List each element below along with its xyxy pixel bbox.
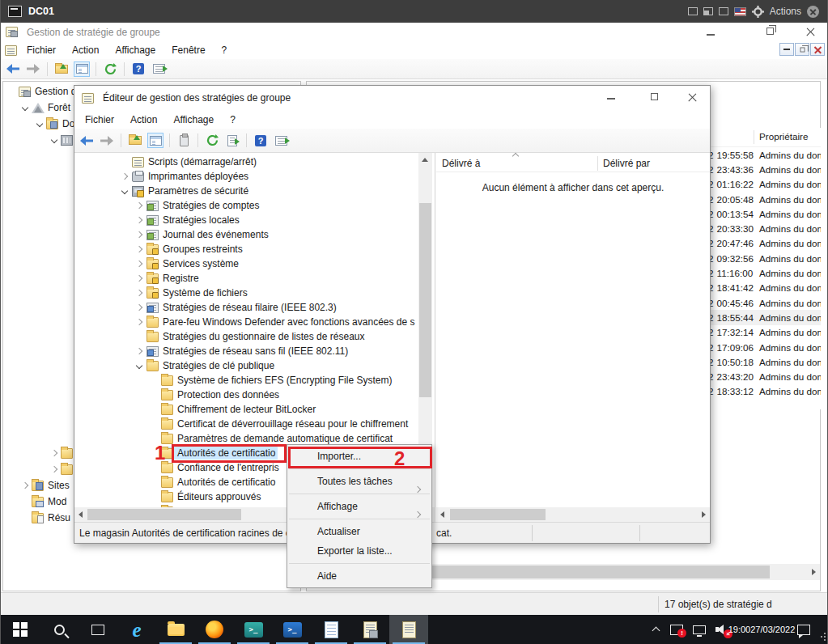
tree-item[interactable]: Stratégies de clé publique [74,358,418,373]
expander-chevron-icon[interactable] [51,450,57,456]
tree-item[interactable]: Pare-feu Windows Defender avec fonctions… [74,315,418,329]
network-tray-icon[interactable] [688,615,711,644]
mdi-close-button[interactable] [810,43,825,56]
forward-button[interactable] [99,133,115,148]
expander-chevron-icon[interactable] [121,188,128,194]
menu-item[interactable]: Affichage [165,112,222,127]
tree-item[interactable]: Registre [74,271,418,286]
owner-column-header[interactable]: Propriétaire [759,131,808,142]
up-one-level-button[interactable] [53,61,70,77]
minimize-button[interactable] [707,34,715,36]
help-button[interactable] [130,61,146,77]
show-console-tree-button[interactable] [74,61,90,77]
taskbar-gpmc[interactable] [350,615,389,644]
help-button[interactable] [253,133,269,148]
gpo-list-row[interactable]: 218:33:12 Admins du doma [708,384,821,399]
column-header-delivre-par[interactable]: Délivré par [603,158,650,169]
start-button[interactable] [1,615,40,644]
expander-chevron-icon[interactable] [136,362,142,369]
vm-window-button-icon[interactable] [688,7,698,15]
up-one-level-button[interactable] [127,133,143,148]
mdi-restore-button[interactable] [795,43,809,56]
export-list-button[interactable] [224,133,240,148]
expander-chevron-icon[interactable] [22,482,28,489]
scroll-up-arrow-icon[interactable] [422,158,428,162]
expander-chevron-icon[interactable] [51,137,57,143]
expander-chevron-icon[interactable] [136,319,142,325]
gpo-list-row[interactable]: 218:41:42 Admins du doma [708,281,821,295]
task-view-button[interactable] [79,615,117,644]
mdi-child-icon[interactable] [5,45,17,56]
vm-actions-label[interactable]: Actions [770,6,801,17]
expander-chevron-icon[interactable] [121,173,128,180]
gpo-list-row[interactable]: 219:55:58 Admins du doma [708,147,821,162]
taskbar-powershell[interactable]: >_ [273,615,312,644]
expander-chevron-icon[interactable] [136,231,142,238]
refresh-button[interactable] [102,61,118,77]
tree-item[interactable]: Chiffrement de lecteur BitLocker [74,402,418,417]
tree-item[interactable]: Imprimantes déployées [74,169,418,184]
menu-item[interactable]: Affichage [107,43,163,57]
tree-item[interactable] [4,461,77,477]
gpo-list-row[interactable]: 220:47:46 Admins du doma [708,236,821,251]
search-button[interactable] [40,615,79,644]
scrollbar-thumb[interactable] [450,509,546,520]
gpo-list-row[interactable]: 223:43:20 Admins du doma [708,369,821,383]
copy-button[interactable] [176,133,192,148]
gpo-list-row[interactable]: 200:13:54 Admins du doma [708,206,821,221]
tree-item[interactable]: Stratégies du gestionnaire de listes de … [74,329,418,344]
gpo-list-row[interactable]: 209:32:56 Admins du doma [708,251,821,265]
restore-button[interactable] [766,28,774,35]
tree-item[interactable]: Sites [4,477,77,494]
forward-button[interactable] [25,61,41,77]
tree-item[interactable]: Groupes restreints [74,242,418,256]
tree-item[interactable]: Services système [74,256,418,271]
tree-item[interactable]: Stratégies de réseau sans fil (IEEE 802.… [74,344,418,358]
expander-chevron-icon[interactable] [36,121,43,127]
keyboard-layout-flag-icon[interactable] [734,7,746,16]
gear-icon[interactable] [752,6,764,18]
taskbar-file-explorer[interactable] [156,615,195,644]
server-manager-tray-icon[interactable]: ! [665,615,688,644]
menu-item[interactable]: ? [214,43,236,57]
menu-item[interactable]: Action [122,112,165,127]
taskbar-notepad[interactable] [312,615,350,644]
taskbar-gpo-editor[interactable] [389,615,428,644]
tree-item[interactable]: Paramètres de sécurité [74,184,418,198]
mdi-minimize-button[interactable] [779,43,794,56]
expander-chevron-icon[interactable] [22,104,28,111]
back-button[interactable] [5,61,21,77]
tree-item[interactable]: Système de fichiers EFS (Encrypting File… [74,373,418,388]
menu-item[interactable]: Fenêtre [163,43,213,57]
tree-item[interactable] [4,445,77,461]
menu-item[interactable]: ? [222,112,244,127]
expander-chevron-icon[interactable] [136,261,142,267]
vm-close-icon[interactable] [807,6,819,18]
show-hidden-icons-button[interactable] [646,615,665,644]
tree-item[interactable]: Système de fichiers [74,286,418,300]
editor-titlebar[interactable]: Éditeur de gestion des stratégies de gro… [74,86,710,110]
minimize-button[interactable] [607,98,615,100]
action-center-button[interactable] [790,615,817,644]
refresh-button[interactable] [204,133,220,148]
scroll-right-arrow-icon[interactable] [702,511,706,518]
tree-item[interactable]: Stratégies de comptes [74,198,418,213]
gpo-list-row[interactable]: 218:55:44 Admins du doma [708,310,821,324]
gpo-list-row[interactable]: 210:50:18 Admins du doma [708,354,821,369]
context-menu-item[interactable]: Actualiser [287,522,431,541]
expander-chevron-icon[interactable] [136,304,142,311]
gpo-list-row[interactable]: 223:43:36 Admins du doma [708,162,821,176]
close-button[interactable] [806,28,815,36]
gpo-list-row[interactable]: 211:16:00 Admins du doma [708,265,821,280]
context-menu-item[interactable]: Affichage [287,497,431,516]
tree-item[interactable]: Certificat de déverrouillage réseau pour… [74,417,418,431]
close-button[interactable] [688,93,697,102]
show-action-pane-button[interactable] [151,61,167,77]
context-menu-item[interactable]: Exporter la liste... [287,541,431,561]
expander-chevron-icon[interactable] [136,348,142,354]
expander-chevron-icon[interactable] [136,275,142,282]
tree-item[interactable]: Stratégies locales [74,213,418,227]
taskbar-firefox[interactable] [195,615,234,644]
column-header-delivre-a[interactable]: Délivré à [442,158,480,169]
show-console-tree-button[interactable] [147,133,163,148]
